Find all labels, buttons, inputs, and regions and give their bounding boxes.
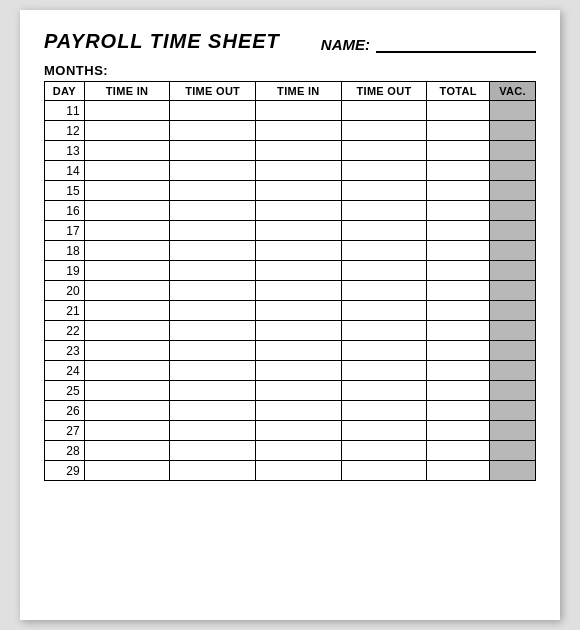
cell-total[interactable] xyxy=(427,101,490,121)
cell-vac[interactable] xyxy=(489,421,535,441)
cell-vac[interactable] xyxy=(489,141,535,161)
cell-time-out-1[interactable] xyxy=(170,421,256,441)
cell-time-in-2[interactable] xyxy=(256,321,342,341)
cell-time-in-1[interactable] xyxy=(84,361,170,381)
cell-vac[interactable] xyxy=(489,221,535,241)
cell-time-out-1[interactable] xyxy=(170,341,256,361)
cell-vac[interactable] xyxy=(489,401,535,421)
cell-time-out-1[interactable] xyxy=(170,241,256,261)
cell-vac[interactable] xyxy=(489,341,535,361)
cell-total[interactable] xyxy=(427,161,490,181)
cell-day[interactable]: 24 xyxy=(45,361,85,381)
cell-total[interactable] xyxy=(427,301,490,321)
cell-total[interactable] xyxy=(427,421,490,441)
cell-time-out-1[interactable] xyxy=(170,441,256,461)
cell-time-out-2[interactable] xyxy=(341,241,427,261)
cell-time-out-1[interactable] xyxy=(170,101,256,121)
cell-day[interactable]: 28 xyxy=(45,441,85,461)
cell-day[interactable]: 18 xyxy=(45,241,85,261)
cell-time-in-2[interactable] xyxy=(256,201,342,221)
cell-time-out-2[interactable] xyxy=(341,361,427,381)
cell-total[interactable] xyxy=(427,361,490,381)
cell-time-out-1[interactable] xyxy=(170,361,256,381)
cell-vac[interactable] xyxy=(489,161,535,181)
cell-time-in-1[interactable] xyxy=(84,401,170,421)
cell-time-out-1[interactable] xyxy=(170,401,256,421)
cell-time-in-1[interactable] xyxy=(84,241,170,261)
cell-time-in-2[interactable] xyxy=(256,101,342,121)
cell-total[interactable] xyxy=(427,201,490,221)
cell-time-out-2[interactable] xyxy=(341,261,427,281)
cell-time-out-1[interactable] xyxy=(170,121,256,141)
cell-day[interactable]: 13 xyxy=(45,141,85,161)
cell-day[interactable]: 15 xyxy=(45,181,85,201)
cell-time-in-2[interactable] xyxy=(256,261,342,281)
cell-vac[interactable] xyxy=(489,461,535,481)
cell-time-in-1[interactable] xyxy=(84,261,170,281)
cell-day[interactable]: 11 xyxy=(45,101,85,121)
cell-total[interactable] xyxy=(427,241,490,261)
cell-time-in-1[interactable] xyxy=(84,161,170,181)
cell-time-in-2[interactable] xyxy=(256,401,342,421)
cell-time-out-2[interactable] xyxy=(341,181,427,201)
cell-vac[interactable] xyxy=(489,101,535,121)
cell-time-out-2[interactable] xyxy=(341,441,427,461)
name-input-line[interactable] xyxy=(376,35,536,53)
cell-vac[interactable] xyxy=(489,381,535,401)
cell-time-out-2[interactable] xyxy=(341,301,427,321)
cell-time-out-2[interactable] xyxy=(341,461,427,481)
cell-time-in-1[interactable] xyxy=(84,201,170,221)
cell-time-out-2[interactable] xyxy=(341,141,427,161)
cell-time-in-1[interactable] xyxy=(84,441,170,461)
cell-time-in-2[interactable] xyxy=(256,341,342,361)
cell-time-out-2[interactable] xyxy=(341,221,427,241)
cell-day[interactable]: 16 xyxy=(45,201,85,221)
cell-time-out-2[interactable] xyxy=(341,381,427,401)
cell-day[interactable]: 22 xyxy=(45,321,85,341)
cell-total[interactable] xyxy=(427,121,490,141)
cell-day[interactable]: 26 xyxy=(45,401,85,421)
cell-day[interactable]: 14 xyxy=(45,161,85,181)
cell-day[interactable]: 27 xyxy=(45,421,85,441)
cell-time-in-2[interactable] xyxy=(256,461,342,481)
cell-time-out-2[interactable] xyxy=(341,121,427,141)
cell-time-in-2[interactable] xyxy=(256,361,342,381)
cell-time-out-1[interactable] xyxy=(170,161,256,181)
cell-time-in-1[interactable] xyxy=(84,421,170,441)
cell-time-in-2[interactable] xyxy=(256,441,342,461)
cell-time-in-2[interactable] xyxy=(256,241,342,261)
cell-total[interactable] xyxy=(427,181,490,201)
cell-day[interactable]: 20 xyxy=(45,281,85,301)
cell-time-out-1[interactable] xyxy=(170,221,256,241)
cell-vac[interactable] xyxy=(489,281,535,301)
cell-total[interactable] xyxy=(427,441,490,461)
cell-time-out-1[interactable] xyxy=(170,321,256,341)
cell-day[interactable]: 19 xyxy=(45,261,85,281)
cell-day[interactable]: 23 xyxy=(45,341,85,361)
cell-time-out-1[interactable] xyxy=(170,261,256,281)
cell-day[interactable]: 29 xyxy=(45,461,85,481)
cell-vac[interactable] xyxy=(489,301,535,321)
cell-time-in-2[interactable] xyxy=(256,121,342,141)
cell-vac[interactable] xyxy=(489,121,535,141)
cell-total[interactable] xyxy=(427,261,490,281)
cell-time-in-1[interactable] xyxy=(84,381,170,401)
cell-total[interactable] xyxy=(427,401,490,421)
cell-time-out-2[interactable] xyxy=(341,101,427,121)
cell-time-out-1[interactable] xyxy=(170,461,256,481)
cell-total[interactable] xyxy=(427,341,490,361)
cell-time-in-2[interactable] xyxy=(256,221,342,241)
cell-time-out-2[interactable] xyxy=(341,401,427,421)
cell-time-in-2[interactable] xyxy=(256,381,342,401)
cell-total[interactable] xyxy=(427,321,490,341)
cell-vac[interactable] xyxy=(489,181,535,201)
cell-total[interactable] xyxy=(427,381,490,401)
cell-time-in-1[interactable] xyxy=(84,281,170,301)
cell-total[interactable] xyxy=(427,281,490,301)
cell-time-in-1[interactable] xyxy=(84,141,170,161)
cell-time-in-2[interactable] xyxy=(256,141,342,161)
cell-time-in-2[interactable] xyxy=(256,281,342,301)
cell-time-in-1[interactable] xyxy=(84,341,170,361)
cell-vac[interactable] xyxy=(489,241,535,261)
cell-time-out-1[interactable] xyxy=(170,141,256,161)
